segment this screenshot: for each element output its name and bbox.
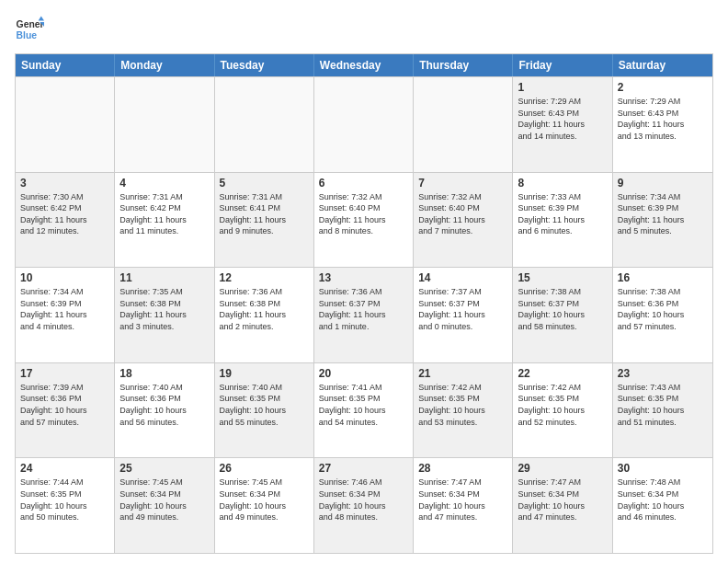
calendar-row-1: 1Sunrise: 7:29 AM Sunset: 6:43 PM Daylig… bbox=[16, 76, 712, 172]
day-info: Sunrise: 7:39 AM Sunset: 6:36 PM Dayligh… bbox=[20, 382, 109, 428]
day-info: Sunrise: 7:36 AM Sunset: 6:37 PM Dayligh… bbox=[319, 286, 408, 332]
day-number: 27 bbox=[319, 462, 408, 475]
calendar-cell: 20Sunrise: 7:41 AM Sunset: 6:35 PM Dayli… bbox=[314, 363, 414, 458]
day-info: Sunrise: 7:45 AM Sunset: 6:34 PM Dayligh… bbox=[119, 477, 209, 523]
calendar-row-5: 24Sunrise: 7:44 AM Sunset: 6:35 PM Dayli… bbox=[16, 457, 712, 553]
day-number: 6 bbox=[319, 177, 408, 190]
logo: General Blue bbox=[15, 15, 44, 44]
calendar-row-3: 10Sunrise: 7:34 AM Sunset: 6:39 PM Dayli… bbox=[16, 267, 712, 362]
day-number: 11 bbox=[119, 271, 209, 284]
svg-text:Blue: Blue bbox=[17, 30, 38, 40]
day-number: 24 bbox=[20, 462, 109, 475]
day-number: 25 bbox=[119, 462, 209, 475]
calendar-cell bbox=[16, 77, 115, 172]
day-number: 7 bbox=[418, 177, 507, 190]
calendar-cell bbox=[414, 77, 513, 172]
day-number: 18 bbox=[119, 367, 209, 380]
header-day-saturday: Saturday bbox=[613, 54, 712, 76]
calendar-cell: 7Sunrise: 7:32 AM Sunset: 6:40 PM Daylig… bbox=[414, 173, 513, 268]
day-info: Sunrise: 7:48 AM Sunset: 6:34 PM Dayligh… bbox=[618, 477, 708, 523]
calendar-cell bbox=[115, 77, 214, 172]
calendar-row-2: 3Sunrise: 7:30 AM Sunset: 6:42 PM Daylig… bbox=[16, 172, 712, 268]
day-info: Sunrise: 7:41 AM Sunset: 6:35 PM Dayligh… bbox=[319, 382, 408, 428]
header-day-sunday: Sunday bbox=[16, 54, 115, 76]
calendar-header: SundayMondayTuesdayWednesdayThursdayFrid… bbox=[16, 54, 712, 76]
calendar-cell: 3Sunrise: 7:30 AM Sunset: 6:42 PM Daylig… bbox=[16, 173, 115, 268]
calendar-cell: 28Sunrise: 7:47 AM Sunset: 6:34 PM Dayli… bbox=[414, 458, 513, 553]
page: General Blue SundayMondayTuesdayWednesda… bbox=[0, 0, 728, 563]
day-number: 20 bbox=[319, 367, 408, 380]
calendar-cell: 10Sunrise: 7:34 AM Sunset: 6:39 PM Dayli… bbox=[16, 268, 115, 362]
day-info: Sunrise: 7:46 AM Sunset: 6:34 PM Dayligh… bbox=[319, 477, 408, 523]
calendar-cell: 13Sunrise: 7:36 AM Sunset: 6:37 PM Dayli… bbox=[314, 268, 414, 362]
day-info: Sunrise: 7:38 AM Sunset: 6:37 PM Dayligh… bbox=[518, 286, 607, 332]
day-info: Sunrise: 7:42 AM Sunset: 6:35 PM Dayligh… bbox=[518, 382, 607, 428]
day-info: Sunrise: 7:32 AM Sunset: 6:40 PM Dayligh… bbox=[319, 191, 408, 237]
day-number: 13 bbox=[319, 271, 408, 284]
calendar-cell: 18Sunrise: 7:40 AM Sunset: 6:36 PM Dayli… bbox=[115, 363, 214, 458]
day-number: 23 bbox=[618, 367, 708, 380]
day-number: 21 bbox=[418, 367, 507, 380]
day-info: Sunrise: 7:43 AM Sunset: 6:35 PM Dayligh… bbox=[618, 382, 708, 428]
calendar-cell: 22Sunrise: 7:42 AM Sunset: 6:35 PM Dayli… bbox=[513, 363, 612, 458]
svg-text:General: General bbox=[17, 19, 44, 29]
day-info: Sunrise: 7:47 AM Sunset: 6:34 PM Dayligh… bbox=[418, 477, 507, 523]
day-info: Sunrise: 7:44 AM Sunset: 6:35 PM Dayligh… bbox=[20, 477, 109, 523]
day-info: Sunrise: 7:36 AM Sunset: 6:38 PM Dayligh… bbox=[220, 286, 309, 332]
calendar-cell: 2Sunrise: 7:29 AM Sunset: 6:43 PM Daylig… bbox=[613, 77, 712, 172]
calendar-cell: 6Sunrise: 7:32 AM Sunset: 6:40 PM Daylig… bbox=[314, 173, 414, 268]
day-number: 28 bbox=[418, 462, 507, 475]
calendar-cell bbox=[215, 77, 314, 172]
calendar-cell: 27Sunrise: 7:46 AM Sunset: 6:34 PM Dayli… bbox=[314, 458, 414, 553]
calendar-cell: 8Sunrise: 7:33 AM Sunset: 6:39 PM Daylig… bbox=[513, 173, 612, 268]
day-info: Sunrise: 7:29 AM Sunset: 6:43 PM Dayligh… bbox=[518, 96, 607, 142]
header-day-monday: Monday bbox=[115, 54, 214, 76]
calendar-cell bbox=[314, 77, 414, 172]
day-info: Sunrise: 7:29 AM Sunset: 6:43 PM Dayligh… bbox=[618, 96, 708, 142]
day-number: 2 bbox=[618, 81, 708, 94]
calendar-cell: 29Sunrise: 7:47 AM Sunset: 6:34 PM Dayli… bbox=[513, 458, 612, 553]
calendar-cell: 17Sunrise: 7:39 AM Sunset: 6:36 PM Dayli… bbox=[16, 363, 115, 458]
header-day-thursday: Thursday bbox=[414, 54, 513, 76]
day-info: Sunrise: 7:31 AM Sunset: 6:42 PM Dayligh… bbox=[119, 191, 209, 237]
calendar: SundayMondayTuesdayWednesdayThursdayFrid… bbox=[15, 53, 713, 554]
calendar-cell: 30Sunrise: 7:48 AM Sunset: 6:34 PM Dayli… bbox=[613, 458, 712, 553]
calendar-cell: 24Sunrise: 7:44 AM Sunset: 6:35 PM Dayli… bbox=[16, 458, 115, 553]
day-info: Sunrise: 7:33 AM Sunset: 6:39 PM Dayligh… bbox=[518, 191, 607, 237]
day-number: 22 bbox=[518, 367, 607, 380]
day-number: 4 bbox=[119, 177, 209, 190]
calendar-cell: 4Sunrise: 7:31 AM Sunset: 6:42 PM Daylig… bbox=[115, 173, 214, 268]
day-info: Sunrise: 7:34 AM Sunset: 6:39 PM Dayligh… bbox=[20, 286, 109, 332]
day-info: Sunrise: 7:37 AM Sunset: 6:37 PM Dayligh… bbox=[418, 286, 507, 332]
day-info: Sunrise: 7:30 AM Sunset: 6:42 PM Dayligh… bbox=[20, 191, 109, 237]
calendar-cell: 11Sunrise: 7:35 AM Sunset: 6:38 PM Dayli… bbox=[115, 268, 214, 362]
day-number: 15 bbox=[518, 271, 607, 284]
header-day-tuesday: Tuesday bbox=[215, 54, 314, 76]
calendar-cell: 25Sunrise: 7:45 AM Sunset: 6:34 PM Dayli… bbox=[115, 458, 214, 553]
day-number: 12 bbox=[220, 271, 309, 284]
calendar-cell: 12Sunrise: 7:36 AM Sunset: 6:38 PM Dayli… bbox=[215, 268, 314, 362]
day-number: 19 bbox=[220, 367, 309, 380]
day-number: 10 bbox=[20, 271, 109, 284]
day-number: 1 bbox=[518, 81, 607, 94]
day-number: 8 bbox=[518, 177, 607, 190]
calendar-cell: 1Sunrise: 7:29 AM Sunset: 6:43 PM Daylig… bbox=[513, 77, 612, 172]
day-number: 16 bbox=[618, 271, 708, 284]
day-number: 26 bbox=[220, 462, 309, 475]
calendar-cell: 16Sunrise: 7:38 AM Sunset: 6:36 PM Dayli… bbox=[613, 268, 712, 362]
header-day-wednesday: Wednesday bbox=[314, 54, 414, 76]
day-info: Sunrise: 7:42 AM Sunset: 6:35 PM Dayligh… bbox=[418, 382, 507, 428]
day-info: Sunrise: 7:34 AM Sunset: 6:39 PM Dayligh… bbox=[618, 191, 708, 237]
calendar-body: 1Sunrise: 7:29 AM Sunset: 6:43 PM Daylig… bbox=[16, 76, 712, 553]
day-number: 14 bbox=[418, 271, 507, 284]
calendar-cell: 15Sunrise: 7:38 AM Sunset: 6:37 PM Dayli… bbox=[513, 268, 612, 362]
day-number: 3 bbox=[20, 177, 109, 190]
day-info: Sunrise: 7:40 AM Sunset: 6:36 PM Dayligh… bbox=[119, 382, 209, 428]
svg-marker-2 bbox=[39, 17, 44, 21]
logo-icon: General Blue bbox=[15, 15, 44, 44]
day-info: Sunrise: 7:38 AM Sunset: 6:36 PM Dayligh… bbox=[618, 286, 708, 332]
calendar-cell: 9Sunrise: 7:34 AM Sunset: 6:39 PM Daylig… bbox=[613, 173, 712, 268]
day-info: Sunrise: 7:32 AM Sunset: 6:40 PM Dayligh… bbox=[418, 191, 507, 237]
header: General Blue bbox=[15, 15, 713, 44]
calendar-cell: 14Sunrise: 7:37 AM Sunset: 6:37 PM Dayli… bbox=[414, 268, 513, 362]
